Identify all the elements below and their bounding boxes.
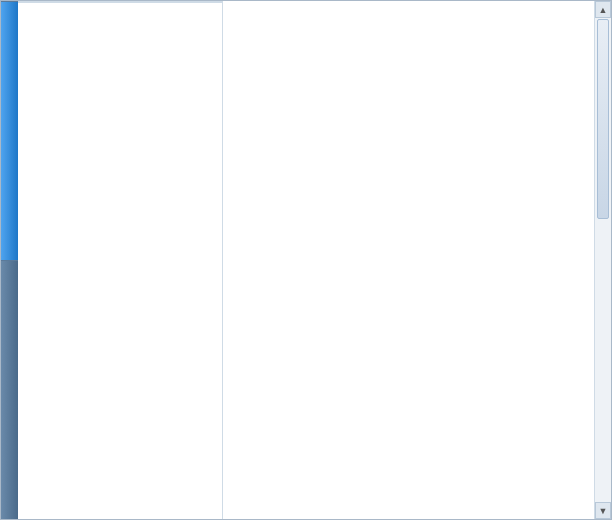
scroll-down-button[interactable]: ▼ bbox=[595, 502, 611, 519]
sidebar bbox=[18, 1, 223, 519]
vertical-tabs bbox=[1, 1, 18, 519]
sidebar-format-list bbox=[18, 1, 222, 3]
tab-device[interactable] bbox=[1, 260, 18, 519]
app-window: ▲ ▼ bbox=[0, 0, 612, 520]
format-grid bbox=[223, 1, 611, 13]
scroll-thumb[interactable] bbox=[597, 19, 609, 219]
scroll-up-button[interactable]: ▲ bbox=[595, 1, 611, 18]
main-panel: ▲ ▼ bbox=[223, 1, 611, 519]
tab-format[interactable] bbox=[1, 1, 18, 260]
scrollbar[interactable]: ▲ ▼ bbox=[594, 1, 611, 519]
